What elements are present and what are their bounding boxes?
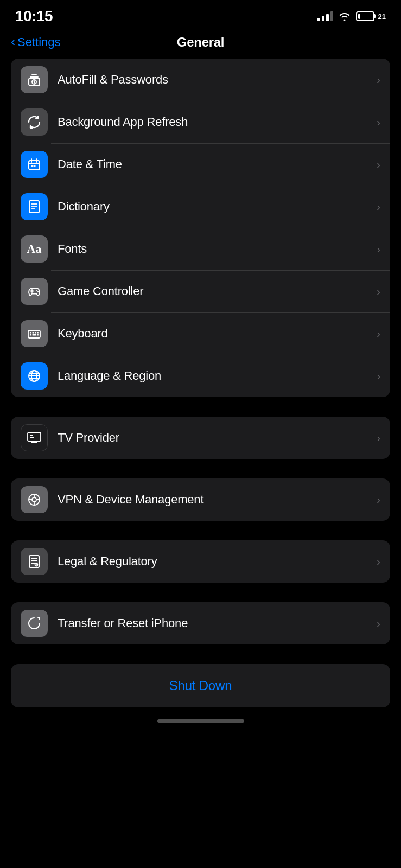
transfer-group: Transfer or Reset iPhone ›	[11, 602, 390, 644]
transfer-row[interactable]: Transfer or Reset iPhone ›	[11, 602, 390, 644]
main-settings-group: AutoFill & Passwords › Background App Re…	[11, 59, 390, 397]
autofill-label: AutoFill & Passwords	[58, 73, 372, 87]
transfer-chevron-icon: ›	[377, 617, 380, 630]
transfer-icon	[21, 610, 48, 637]
dictionary-chevron-icon: ›	[377, 201, 380, 213]
legal-label: Legal & Regulatory	[58, 554, 372, 569]
svg-point-18	[36, 290, 37, 291]
home-bar	[157, 719, 244, 723]
language-region-icon	[21, 362, 48, 390]
keyboard-chevron-icon: ›	[377, 328, 380, 340]
wifi-icon	[339, 11, 351, 21]
battery-icon: 21	[356, 11, 386, 21]
autofill-chevron-icon: ›	[377, 74, 380, 86]
svg-rect-22	[33, 332, 34, 334]
svg-rect-33	[28, 432, 41, 441]
legal-chevron-icon: ›	[377, 556, 380, 568]
svg-point-50	[36, 565, 37, 566]
legal-group: Legal & Regulatory ›	[11, 540, 390, 583]
keyboard-row[interactable]: Keyboard ›	[11, 312, 390, 355]
language-region-label: Language & Region	[58, 369, 372, 383]
dictionary-row[interactable]: Dictionary ›	[11, 186, 390, 228]
autofill-icon	[21, 66, 48, 93]
legal-row[interactable]: Legal & Regulatory ›	[11, 540, 390, 583]
back-label[interactable]: Settings	[17, 35, 61, 49]
svg-rect-27	[37, 334, 39, 336]
svg-rect-21	[30, 332, 31, 334]
vpn-label: VPN & Device Management	[58, 493, 372, 507]
keyboard-icon	[21, 320, 48, 347]
svg-rect-25	[30, 334, 31, 336]
shutdown-row[interactable]: Shut Down	[11, 664, 390, 707]
home-indicator	[0, 712, 401, 727]
svg-rect-11	[34, 165, 36, 167]
svg-rect-26	[33, 334, 36, 336]
tv-provider-icon	[21, 424, 48, 451]
date-time-icon	[21, 151, 48, 178]
background-refresh-row[interactable]: Background App Refresh ›	[11, 101, 390, 143]
svg-point-39	[32, 497, 36, 502]
background-refresh-icon	[21, 108, 48, 136]
tv-provider-group: TV Provider ›	[11, 417, 390, 459]
svg-rect-12	[29, 201, 39, 213]
dictionary-icon	[21, 193, 48, 220]
game-controller-row[interactable]: Game Controller ›	[11, 270, 390, 312]
vpn-row[interactable]: VPN & Device Management ›	[11, 478, 390, 521]
back-chevron-icon: ‹	[11, 35, 15, 48]
svg-rect-10	[31, 165, 33, 167]
fonts-chevron-icon: ›	[377, 243, 380, 256]
fonts-label: Fonts	[58, 242, 372, 256]
page-title: General	[177, 35, 224, 50]
svg-point-19	[37, 291, 39, 292]
vpn-chevron-icon: ›	[377, 494, 380, 506]
back-button[interactable]: ‹ Settings	[11, 35, 61, 49]
tv-provider-label: TV Provider	[58, 431, 372, 445]
tv-provider-row[interactable]: TV Provider ›	[11, 417, 390, 459]
fonts-row[interactable]: Aa Fonts ›	[11, 228, 390, 270]
autofill-passwords-row[interactable]: AutoFill & Passwords ›	[11, 59, 390, 101]
vpn-group: VPN & Device Management ›	[11, 478, 390, 521]
tv-provider-chevron-icon: ›	[377, 432, 380, 444]
language-region-row[interactable]: Language & Region ›	[11, 355, 390, 397]
svg-rect-1	[30, 76, 39, 78]
game-controller-chevron-icon: ›	[377, 285, 380, 298]
shutdown-group: Shut Down	[11, 664, 390, 707]
shutdown-label[interactable]: Shut Down	[169, 678, 232, 693]
dictionary-label: Dictionary	[58, 200, 372, 214]
language-region-chevron-icon: ›	[377, 370, 380, 382]
svg-point-4	[34, 80, 35, 82]
svg-rect-0	[31, 74, 37, 75]
background-refresh-chevron-icon: ›	[377, 116, 380, 129]
game-controller-icon	[21, 278, 48, 305]
signal-icon	[317, 11, 333, 21]
date-time-row[interactable]: Date & Time ›	[11, 143, 390, 186]
status-icons: 21	[317, 11, 386, 21]
svg-rect-23	[35, 332, 36, 334]
background-refresh-label: Background App Refresh	[58, 115, 372, 129]
nav-header: ‹ Settings General	[0, 29, 401, 59]
status-time: 10:15	[15, 8, 53, 25]
legal-icon	[21, 548, 48, 575]
settings-content: AutoFill & Passwords › Background App Re…	[0, 59, 401, 707]
status-bar: 10:15 21	[0, 0, 401, 29]
vpn-icon	[21, 486, 48, 513]
transfer-label: Transfer or Reset iPhone	[58, 616, 372, 630]
fonts-icon: Aa	[21, 235, 48, 263]
keyboard-label: Keyboard	[58, 327, 372, 341]
game-controller-label: Game Controller	[58, 284, 372, 298]
date-time-label: Date & Time	[58, 157, 372, 171]
svg-rect-24	[37, 332, 39, 334]
date-time-chevron-icon: ›	[377, 158, 380, 171]
